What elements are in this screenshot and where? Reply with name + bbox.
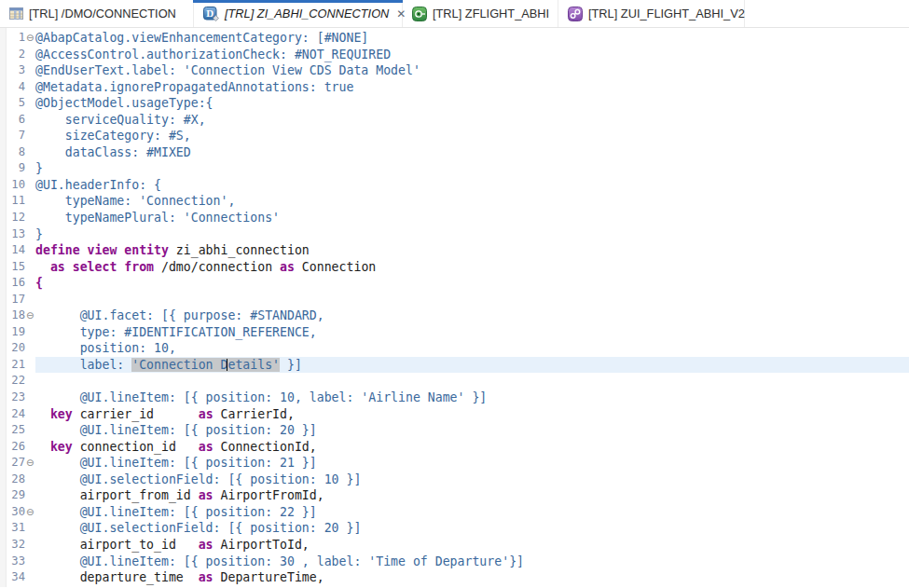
code-text[interactable]: @UI.selectionField: [{ position: 10 }] <box>35 472 909 488</box>
code-text[interactable]: key carrier_id as CarrierId, <box>35 406 909 423</box>
code-text[interactable]: @Metadata.ignorePropagatedAnnotations: t… <box>35 79 909 96</box>
code-line[interactable]: 17 <box>0 292 909 308</box>
fold-collapse-icon[interactable]: ⊖ <box>25 504 35 521</box>
code-line[interactable]: 33 @UI.lineItem: [{ position: 30 , label… <box>0 554 909 570</box>
code-line[interactable]: 14define view entity zi_abhi_connection <box>0 242 909 259</box>
code-line[interactable]: 22 <box>0 373 909 390</box>
fold-spacer <box>25 62 35 79</box>
code-text[interactable]: { <box>35 275 909 292</box>
code-line[interactable]: 6 serviceQuality: #X, <box>0 112 909 129</box>
code-line[interactable]: 25 @UI.lineItem: [{ position: 20 }] <box>0 422 909 439</box>
code-text[interactable]: dataClass: #MIXED <box>35 144 909 161</box>
code-text[interactable]: typeName: 'Connection', <box>35 193 909 210</box>
code-text[interactable]: as select from /dmo/connection as Connec… <box>35 259 909 276</box>
code-token: @UI.lineItem: [{ position: 20 }] <box>35 423 317 437</box>
tab-zflight-abhi[interactable]: [TRL] ZFLIGHT_ABHI <box>403 0 558 27</box>
fold-spacer <box>25 210 35 226</box>
code-line[interactable]: 19 type: #IDENTIFICATION_REFERENCE, <box>0 324 909 341</box>
code-line[interactable]: 18⊖ @UI.facet: [{ purpose: #STANDARD, <box>0 308 909 324</box>
code-text[interactable]: typeNamePlural: 'Connections' <box>35 210 909 226</box>
code-text[interactable]: type: #IDENTIFICATION_REFERENCE, <box>35 324 909 341</box>
code-text[interactable]: @UI.lineItem: [{ position: 21 }] <box>35 455 909 472</box>
code-line[interactable]: 1⊖@AbapCatalog.viewEnhancementCategory: … <box>0 30 909 47</box>
fold-spacer <box>25 406 35 423</box>
code-line[interactable]: 32 airport_to_id as AirportToId, <box>0 537 909 554</box>
code-text[interactable]: departure_time as DepartureTime, <box>35 569 909 586</box>
code-text[interactable]: } <box>35 226 909 243</box>
code-line[interactable]: 21 label: 'Connection Details' }] <box>0 357 909 374</box>
code-text[interactable]: airport_to_id as AirportToId, <box>35 537 909 554</box>
code-line[interactable]: 24 key carrier_id as CarrierId, <box>0 406 909 423</box>
fold-collapse-icon[interactable]: ⊖ <box>25 308 35 324</box>
code-token: as <box>199 407 213 421</box>
line-number: 19 <box>7 324 25 341</box>
code-line[interactable]: 20 position: 10, <box>0 340 909 357</box>
code-line[interactable]: 9} <box>0 160 909 177</box>
code-line[interactable]: 11 typeName: 'Connection', <box>0 193 909 210</box>
code-line[interactable]: 15 as select from /dmo/connection as Con… <box>0 259 909 276</box>
code-text[interactable]: @AbapCatalog.viewEnhancementCategory: [#… <box>35 30 909 47</box>
fold-spacer <box>25 569 35 586</box>
code-text[interactable]: @UI.lineItem: [{ position: 20 }] <box>35 422 909 439</box>
code-line[interactable]: 2@AccessControl.authorizationCheck: #NOT… <box>0 47 909 63</box>
code-line[interactable]: 29 airport_from_id as AirportFromId, <box>0 487 909 504</box>
code-text[interactable]: key connection_id as ConnectionId, <box>35 439 909 456</box>
tab-zi-abhi-connection[interactable]: D [TRL] ZI_ABHI_CONNECTION ✕ <box>194 0 403 27</box>
code-text[interactable]: position: 10, <box>35 340 909 357</box>
code-token: as <box>199 538 213 552</box>
code-token: Connection <box>295 260 376 274</box>
code-token: as <box>199 488 213 502</box>
code-token: } <box>35 227 43 241</box>
code-text[interactable]: sizeCategory: #S, <box>35 128 909 144</box>
code-text[interactable]: @EndUserText.label: 'Connection View CDS… <box>35 62 909 79</box>
fold-collapse-icon[interactable]: ⊖ <box>25 30 35 47</box>
code-line[interactable]: 30⊖ @UI.lineItem: [{ position: 22 }] <box>0 504 909 521</box>
code-line[interactable]: 8 dataClass: #MIXED <box>0 144 909 161</box>
code-text[interactable]: serviceQuality: #X, <box>35 112 909 129</box>
code-text[interactable]: @ObjectModel.usageType:{ <box>35 95 909 112</box>
fold-spacer <box>25 292 35 308</box>
editor-tab-bar: [TRL] /DMO/CONNECTION D [TRL] ZI_ABHI_CO… <box>0 0 909 28</box>
code-text[interactable]: @AccessControl.authorizationCheck: #NOT_… <box>35 47 909 63</box>
code-line[interactable]: 23 @UI.lineItem: [{ position: 10, label:… <box>0 390 909 406</box>
code-line[interactable]: 26 key connection_id as ConnectionId, <box>0 439 909 456</box>
code-line[interactable]: 27⊖ @UI.lineItem: [{ position: 21 }] <box>0 455 909 472</box>
code-line[interactable]: 13} <box>0 226 909 243</box>
code-text[interactable]: label: 'Connection Details' }] <box>35 357 909 374</box>
code-token: typeName: 'Connection', <box>35 194 235 208</box>
code-editor[interactable]: 1⊖@AbapCatalog.viewEnhancementCategory: … <box>0 28 909 587</box>
tab-dmo-connection[interactable]: [TRL] /DMO/CONNECTION <box>0 0 194 27</box>
code-token: @UI.lineItem: [{ position: 22 }] <box>35 505 317 519</box>
code-line[interactable]: 31 @UI.selectionField: [{ position: 20 }… <box>0 520 909 537</box>
code-line[interactable]: 16{ <box>0 275 909 292</box>
code-text[interactable]: @UI.headerInfo: { <box>35 177 909 194</box>
code-line[interactable]: 4@Metadata.ignorePropagatedAnnotations: … <box>0 79 909 96</box>
code-text[interactable]: @UI.lineItem: [{ position: 30 , label: '… <box>35 554 909 570</box>
code-text[interactable]: define view entity zi_abhi_connection <box>35 242 909 259</box>
line-number: 14 <box>7 242 25 259</box>
code-text[interactable]: @UI.lineItem: [{ position: 10, label: 'A… <box>35 390 909 406</box>
code-token <box>35 260 50 274</box>
tab-zui-flight-abhi-v2[interactable]: [TRL] ZUI_FLIGHT_ABHI_V2 <box>558 0 745 27</box>
fold-collapse-icon[interactable]: ⊖ <box>25 455 35 472</box>
code-line[interactable]: 34 departure_time as DepartureTime, <box>0 569 909 586</box>
code-line[interactable]: 5@ObjectModel.usageType:{ <box>0 95 909 112</box>
code-text[interactable]: @UI.selectionField: [{ position: 20 }] <box>35 520 909 537</box>
code-line[interactable]: 7 sizeCategory: #S, <box>0 128 909 144</box>
code-text[interactable]: @UI.facet: [{ purpose: #STANDARD, <box>35 308 909 324</box>
code-text[interactable]: @UI.lineItem: [{ position: 22 }] <box>35 504 909 521</box>
code-token: @EndUserText.label: 'Connection View CDS… <box>35 63 420 77</box>
code-line[interactable]: 10@UI.headerInfo: { <box>0 177 909 194</box>
code-text[interactable] <box>35 292 909 308</box>
line-number: 22 <box>7 373 25 390</box>
code-line[interactable]: 3@EndUserText.label: 'Connection View CD… <box>0 62 909 79</box>
code-line[interactable]: 28 @UI.selectionField: [{ position: 10 }… <box>0 472 909 488</box>
line-number: 11 <box>7 193 25 210</box>
code-text[interactable]: airport_from_id as AirportFromId, <box>35 487 909 504</box>
code-text[interactable]: } <box>35 160 909 177</box>
code-line[interactable]: 12 typeNamePlural: 'Connections' <box>0 210 909 226</box>
line-number: 27 <box>7 455 25 472</box>
code-text[interactable] <box>35 373 909 390</box>
code-token <box>35 407 50 421</box>
tab-label: [TRL] /DMO/CONNECTION <box>29 7 176 21</box>
